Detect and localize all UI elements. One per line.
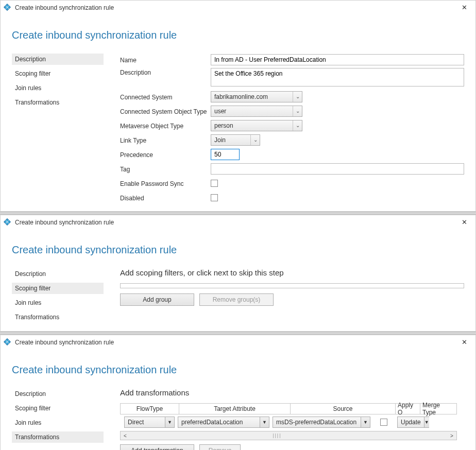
nav-transformations[interactable]: Transformations	[12, 311, 104, 323]
flow-type-value: Direct	[125, 419, 165, 426]
chevron-down-icon: ⌄	[250, 135, 260, 145]
target-attribute-value: preferredDataLocation	[178, 419, 260, 426]
window-title: Create inbound synchronization rule	[15, 339, 114, 346]
nav-transformations[interactable]: Transformations	[12, 97, 104, 108]
scroll-left-icon[interactable]: <	[121, 431, 130, 440]
tag-input[interactable]	[211, 163, 464, 175]
scoping-filter-form: Add scoping filters, or click next to sk…	[120, 268, 464, 326]
apply-once-cell	[373, 419, 394, 426]
content-area: Create inbound synchronization rule Desc…	[1, 230, 475, 331]
scroll-grip-icon: ||||	[273, 433, 281, 438]
horizontal-scrollbar[interactable]: < |||| >	[120, 431, 457, 440]
col-merge-type[interactable]: Merge Type	[420, 404, 456, 414]
chevron-down-icon: ⌄	[293, 120, 302, 131]
label-link-type: Link Type	[120, 136, 211, 144]
target-attribute-combo[interactable]: preferredDataLocation ▼	[178, 417, 269, 428]
enable-password-sync-checkbox[interactable]	[211, 180, 218, 187]
nav-description[interactable]: Description	[12, 268, 104, 280]
nav-description[interactable]: Description	[12, 54, 104, 65]
chevron-down-icon: ⌄	[293, 92, 302, 102]
close-icon[interactable]: ✕	[462, 338, 467, 347]
nav-scoping-filter[interactable]: Scoping filter	[12, 68, 104, 79]
nav-join-rules[interactable]: Join rules	[12, 417, 104, 428]
scroll-right-icon[interactable]: >	[447, 431, 456, 440]
col-source[interactable]: Source	[291, 404, 396, 414]
step-nav: Description Scoping filter Join rules Tr…	[12, 268, 104, 326]
window-title: Create inbound synchronization rule	[15, 4, 114, 11]
chevron-down-icon: ⌄	[293, 106, 302, 116]
name-input[interactable]	[211, 54, 464, 65]
mv-object-type-combo[interactable]: person ⌄	[211, 120, 302, 131]
link-type-value: Join	[211, 136, 250, 144]
nav-join-rules[interactable]: Join rules	[12, 297, 104, 308]
label-description: Description	[120, 68, 211, 76]
nav-scoping-filter[interactable]: Scoping filter	[12, 403, 104, 414]
flow-type-combo[interactable]: Direct ▼	[124, 417, 175, 428]
description-form: Name Description Set the Office 365 regi…	[120, 54, 464, 206]
window-transformations-step: Create inbound synchronization rule ✕ Cr…	[0, 335, 476, 450]
remove-button: Remove	[199, 444, 241, 450]
label-connected-system: Connected System	[120, 93, 211, 101]
close-icon[interactable]: ✕	[462, 4, 467, 12]
source-value: msDS-preferredDataLocation	[273, 419, 361, 426]
transformations-form: Add transformations FlowType Target Attr…	[120, 388, 464, 450]
nav-description[interactable]: Description	[12, 388, 104, 400]
label-mv-object-type: Metaverse Object Type	[120, 122, 211, 130]
page-heading: Create inbound synchronization rule	[12, 29, 464, 41]
label-tag: Tag	[120, 165, 211, 173]
titlebar: Create inbound synchronization rule ✕	[1, 335, 475, 350]
nav-join-rules[interactable]: Join rules	[12, 82, 104, 94]
page-heading: Create inbound synchronization rule	[12, 244, 464, 256]
mv-object-type-value: person	[211, 122, 293, 129]
step-nav: Description Scoping filter Join rules Tr…	[12, 388, 104, 450]
remove-groups-button: Remove group(s)	[199, 293, 274, 306]
label-name: Name	[120, 56, 211, 64]
scoping-filter-instruction: Add scoping filters, or click next to sk…	[120, 268, 464, 277]
dropdown-arrow-icon: ▼	[260, 417, 269, 427]
step-nav: Description Scoping filter Join rules Tr…	[12, 54, 104, 206]
col-apply-once[interactable]: Apply O	[396, 404, 420, 414]
window-scoping-filter-step: Create inbound synchronization rule ✕ Cr…	[0, 215, 476, 332]
nav-transformations[interactable]: Transformations	[12, 431, 104, 443]
cs-object-type-value: user	[211, 108, 293, 115]
dropdown-arrow-icon: ▼	[361, 417, 370, 427]
table-header-row: FlowType Target Attribute Source Apply O…	[120, 403, 457, 414]
merge-type-value: Update	[398, 419, 424, 426]
content-area: Create inbound synchronization rule Desc…	[1, 350, 475, 450]
nav-scoping-filter[interactable]: Scoping filter	[12, 283, 104, 294]
close-icon[interactable]: ✕	[462, 218, 467, 227]
link-type-combo[interactable]: Join ⌄	[211, 134, 260, 146]
titlebar: Create inbound synchronization rule ✕	[1, 215, 475, 230]
label-enable-password-sync: Enable Password Sync	[120, 179, 211, 187]
cs-object-type-combo[interactable]: user ⌄	[211, 106, 302, 117]
description-input[interactable]: Set the Office 365 region	[211, 68, 464, 86]
scoping-filter-list[interactable]	[120, 283, 464, 288]
label-disabled: Disabled	[120, 194, 211, 202]
app-icon	[4, 218, 12, 227]
col-flow-type[interactable]: FlowType	[121, 404, 179, 414]
connected-system-combo[interactable]: fabrikamonline.com ⌄	[211, 91, 302, 102]
app-icon	[4, 338, 12, 347]
add-transformation-button[interactable]: Add transformation	[120, 444, 194, 450]
add-group-button[interactable]: Add group	[120, 293, 194, 306]
table-row: Direct ▼ preferredDataLocation ▼ msDS-pr…	[120, 414, 457, 430]
transformations-table: FlowType Target Attribute Source Apply O…	[120, 403, 457, 440]
app-icon	[4, 4, 12, 12]
precedence-input[interactable]	[211, 149, 240, 160]
connected-system-value: fabrikamonline.com	[211, 93, 293, 100]
label-precedence: Precedence	[120, 150, 211, 159]
source-combo[interactable]: msDS-preferredDataLocation ▼	[273, 417, 370, 428]
disabled-checkbox[interactable]	[211, 194, 218, 201]
window-description-step: Create inbound synchronization rule ✕ Cr…	[0, 0, 476, 212]
window-title: Create inbound synchronization rule	[15, 219, 114, 226]
page-heading: Create inbound synchronization rule	[12, 364, 464, 376]
apply-once-checkbox[interactable]	[380, 419, 387, 426]
transformations-instruction: Add transformations	[120, 388, 464, 397]
merge-type-combo[interactable]: Update ▼	[397, 417, 429, 428]
scroll-track[interactable]: ||||	[130, 431, 447, 440]
col-target-attribute[interactable]: Target Attribute	[179, 404, 291, 414]
label-cs-object-type: Connected System Object Type	[120, 107, 211, 115]
dropdown-arrow-icon: ▼	[165, 417, 174, 427]
dropdown-arrow-icon: ▼	[424, 417, 429, 427]
content-area: Create inbound synchronization rule Desc…	[1, 15, 475, 211]
